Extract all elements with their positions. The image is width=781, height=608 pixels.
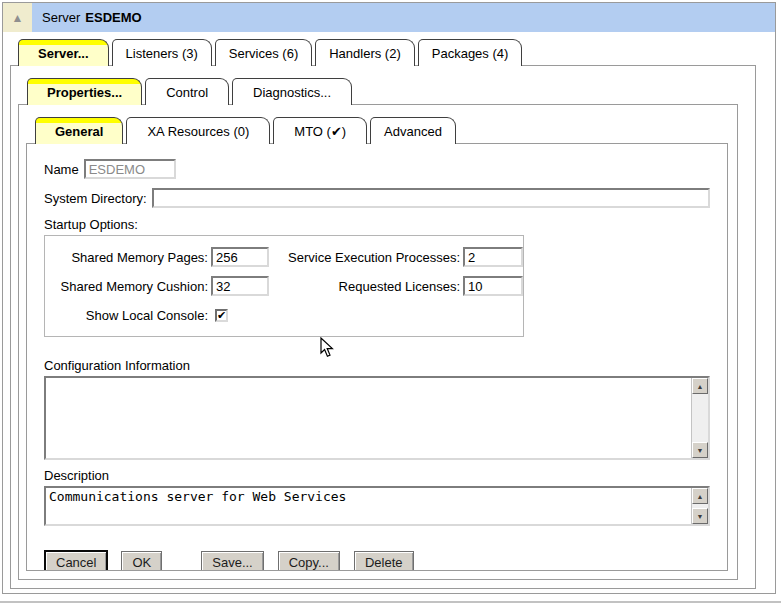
tab-listeners[interactable]: Listeners (3)	[112, 39, 212, 66]
shared-memory-pages-input[interactable]	[211, 247, 269, 267]
system-directory-label: System Directory:	[44, 191, 147, 206]
tab-general[interactable]: General	[35, 117, 123, 144]
es-admin-screen: ▲ Server ESDEMO Server... Listeners (3) …	[0, 0, 781, 608]
delete-button[interactable]: Delete	[354, 551, 414, 571]
system-directory-input[interactable]	[152, 188, 710, 208]
description-textarea[interactable]: Communications server for Web Services	[46, 488, 691, 524]
server-name: ESDEMO	[85, 10, 141, 25]
collapse-corner[interactable]: ▲	[3, 3, 32, 32]
show-local-console-checkbox[interactable]: ✔	[215, 309, 228, 322]
configuration-scrollbar[interactable]: ▲ ▼	[691, 378, 708, 458]
description-scrollbar[interactable]: ▲ ▼	[691, 488, 708, 524]
title-bar: ▲ Server ESDEMO	[3, 3, 775, 32]
startup-options-label: Startup Options:	[44, 217, 710, 232]
general-tab-row: General XA Resources (0) MTO (✔) Advance…	[35, 117, 737, 143]
scroll-down-icon[interactable]: ▼	[692, 508, 708, 524]
title-prefix: Server	[42, 10, 80, 25]
shared-memory-cushion-input[interactable]	[211, 276, 269, 296]
properties-panel: General XA Resources (0) MTO (✔) Advance…	[18, 104, 738, 580]
configuration-information-textarea[interactable]	[46, 378, 691, 458]
startup-options-group: Shared Memory Pages: Service Execution P…	[44, 235, 524, 337]
server-tab-row: Server... Listeners (3) Services (6) Han…	[18, 39, 775, 65]
tab-packages[interactable]: Packages (4)	[418, 39, 523, 66]
tab-services[interactable]: Services (6)	[215, 39, 312, 66]
tab-handlers[interactable]: Handlers (2)	[315, 39, 415, 66]
server-window: ▲ Server ESDEMO Server... Listeners (3) …	[2, 2, 776, 594]
tab-mto[interactable]: MTO (✔)	[273, 117, 367, 144]
tab-advanced[interactable]: Advanced	[370, 117, 456, 144]
scroll-down-icon[interactable]: ▼	[692, 442, 708, 458]
scroll-up-icon[interactable]: ▲	[692, 488, 708, 504]
description-box: Communications server for Web Services ▲…	[44, 486, 710, 526]
system-directory-row: System Directory:	[44, 188, 710, 208]
show-local-console-label: Show Local Console:	[45, 308, 208, 323]
name-label: Name	[44, 162, 79, 177]
name-input[interactable]	[84, 159, 176, 179]
page-bottom-rule	[0, 601, 781, 603]
general-panel: Name System Directory: Startup Options: …	[26, 143, 728, 571]
save-button[interactable]: Save...	[201, 551, 263, 571]
service-execution-processes-label: Service Execution Processes:	[272, 250, 460, 265]
tab-control[interactable]: Control	[145, 78, 229, 105]
requested-licenses-input[interactable]	[463, 276, 523, 296]
configuration-information-label: Configuration Information	[44, 358, 710, 373]
configuration-information-box: ▲ ▼	[44, 376, 710, 460]
scroll-up-icon[interactable]: ▲	[692, 378, 708, 394]
tab-xa-resources[interactable]: XA Resources (0)	[126, 117, 270, 144]
tab-properties[interactable]: Properties...	[27, 78, 142, 105]
service-execution-processes-input[interactable]	[463, 247, 523, 267]
button-row: Cancel OK Save... Copy... Delete	[44, 550, 710, 571]
name-row: Name	[44, 159, 710, 179]
description-label: Description	[44, 468, 710, 483]
shared-memory-cushion-label: Shared Memory Cushion:	[45, 279, 208, 294]
ok-button[interactable]: OK	[121, 551, 162, 571]
title-bar-text: Server ESDEMO	[32, 3, 775, 32]
checkmark-icon: ✔	[217, 310, 226, 321]
warning-triangle-icon: ▲	[12, 11, 24, 25]
server-panel: Properties... Control Diagnostics... Gen…	[10, 65, 756, 589]
cancel-button[interactable]: Cancel	[44, 550, 108, 571]
properties-tab-row: Properties... Control Diagnostics...	[27, 78, 755, 104]
requested-licenses-label: Requested Licenses:	[272, 279, 460, 294]
copy-button[interactable]: Copy...	[278, 551, 340, 571]
shared-memory-pages-label: Shared Memory Pages:	[45, 250, 208, 265]
tab-server[interactable]: Server...	[18, 39, 109, 66]
tab-diagnostics[interactable]: Diagnostics...	[232, 78, 352, 105]
